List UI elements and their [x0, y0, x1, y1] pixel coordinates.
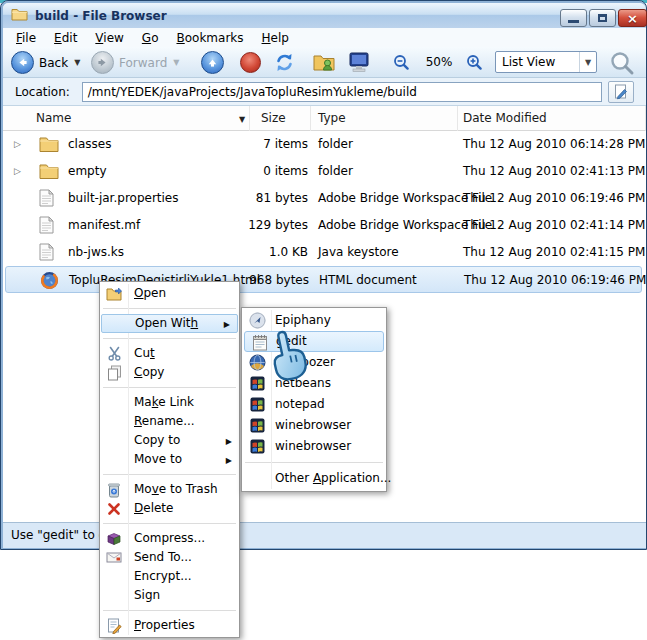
- archive-icon: [105, 530, 123, 547]
- menu-item-cut[interactable]: Cut: [100, 344, 239, 363]
- minimize-icon: [568, 20, 579, 23]
- menu-item-move-to[interactable]: Move to ▶: [100, 450, 239, 469]
- chevron-down-icon[interactable]: ▼: [579, 52, 596, 72]
- folder-icon: [11, 7, 28, 24]
- reload-button[interactable]: [273, 51, 296, 74]
- table-row[interactable]: nb-jws.ks 1.0 KB Java keystore Thu 12 Au…: [3, 239, 646, 266]
- reload-icon: [273, 51, 296, 74]
- close-button[interactable]: ×: [618, 9, 647, 27]
- epiphany-icon: [248, 312, 266, 329]
- file-size: 129 bytes: [183, 212, 308, 239]
- menu-item-notepad[interactable]: notepad: [242, 394, 386, 415]
- menu-item-label: winebrowser: [275, 439, 351, 453]
- kompozer-icon: [248, 354, 266, 371]
- menu-go[interactable]: Go: [133, 30, 168, 46]
- file-name: classes: [68, 131, 111, 158]
- zoom-out-button[interactable]: [393, 54, 410, 71]
- expander-icon[interactable]: ▷: [14, 131, 21, 158]
- menu-item-other-application[interactable]: Other Application...: [242, 468, 386, 489]
- location-input[interactable]: /mnt/YEDEK/javaProjects/JavaTopluResimYu…: [82, 82, 602, 102]
- home-button[interactable]: [313, 53, 335, 71]
- menu-item-make-link[interactable]: Make Link: [100, 393, 239, 412]
- table-row[interactable]: manifest.mf 129 bytes Adobe Bridge Works…: [3, 212, 646, 239]
- menu-file[interactable]: File: [7, 30, 45, 46]
- zoom-in-button[interactable]: [466, 54, 483, 71]
- forward-label: Forward: [119, 56, 167, 70]
- folder-icon: [39, 162, 59, 181]
- menubar: File Edit View Go Bookmarks Help: [3, 28, 646, 47]
- window-title: build - File Browser: [35, 9, 167, 23]
- file-type: folder: [318, 158, 353, 185]
- menu-item-epiphany[interactable]: Epiphany: [242, 310, 386, 331]
- menu-item-winebrowser-1[interactable]: winebrowser: [242, 415, 386, 436]
- file-date: Thu 12 Aug 2010 06:14:28 PM EEST: [463, 131, 646, 158]
- stop-button[interactable]: [240, 52, 261, 73]
- search-button[interactable]: [609, 50, 635, 76]
- column-header-size[interactable]: Size: [250, 106, 311, 131]
- text-file-icon: [39, 216, 59, 235]
- file-name: built-jar.properties: [68, 185, 179, 212]
- minimize-button[interactable]: [560, 9, 587, 27]
- search-icon: [609, 50, 635, 76]
- menu-separator: [245, 462, 383, 463]
- menu-item-send-to[interactable]: Send To...: [100, 548, 239, 567]
- file-type: Java keystore: [318, 239, 399, 266]
- menu-item-properties[interactable]: Properties: [100, 616, 239, 635]
- menu-edit[interactable]: Edit: [45, 30, 86, 46]
- location-edit-icon: [614, 84, 628, 100]
- menu-item-label: Move to Trash: [134, 482, 218, 496]
- column-header-name[interactable]: Name: [3, 106, 250, 131]
- menu-item-label: Cut: [134, 346, 155, 360]
- menu-item-open-with[interactable]: Open With ▶: [101, 314, 238, 333]
- open-folder-icon: [105, 285, 123, 302]
- menu-item-move-to-trash[interactable]: Move to Trash: [100, 480, 239, 499]
- menu-separator: [103, 338, 236, 339]
- close-icon: ×: [627, 11, 638, 26]
- menu-item-open[interactable]: Open: [100, 284, 239, 303]
- menu-item-delete[interactable]: Delete: [100, 499, 239, 518]
- table-row[interactable]: ▷ empty 0 items folder Thu 12 Aug 2010 0…: [3, 158, 646, 185]
- computer-button[interactable]: [347, 52, 371, 73]
- menu-bookmarks[interactable]: Bookmarks: [167, 30, 252, 46]
- table-row[interactable]: built-jar.properties 81 bytes Adobe Brid…: [3, 185, 646, 212]
- menu-item-label: Move to: [134, 452, 182, 466]
- scissors-icon: [105, 345, 123, 362]
- column-header-date-modified[interactable]: Date Modified: [458, 106, 646, 131]
- submenu-arrow-icon: ▶: [226, 451, 232, 470]
- maximize-button[interactable]: [589, 9, 616, 27]
- menu-item-sign[interactable]: Sign: [100, 586, 239, 605]
- list-header: Name ▼ Size Type Date Modified: [3, 106, 646, 131]
- menu-item-rename[interactable]: Rename...: [100, 412, 239, 431]
- menu-item-copy[interactable]: Copy: [100, 363, 239, 382]
- menu-item-label: Copy to: [134, 433, 180, 447]
- copy-pages-icon: [105, 364, 123, 381]
- maximize-icon: [598, 14, 607, 22]
- windows-app-icon: [248, 375, 266, 392]
- menu-separator: [103, 523, 236, 524]
- back-button[interactable]: Back ▼: [11, 51, 80, 74]
- view-mode-select[interactable]: List View ▼: [495, 51, 597, 73]
- forward-dropdown-icon: ▼: [173, 58, 179, 67]
- menu-help[interactable]: Help: [253, 30, 298, 46]
- up-button[interactable]: [201, 51, 224, 74]
- back-dropdown-icon[interactable]: ▼: [74, 58, 80, 67]
- menu-item-compress[interactable]: Compress...: [100, 529, 239, 548]
- titlebar[interactable]: build - File Browser ×: [3, 3, 646, 28]
- menu-item-winebrowser-2[interactable]: winebrowser: [242, 436, 386, 457]
- sort-descending-icon[interactable]: ▼: [239, 115, 245, 124]
- location-edit-button[interactable]: [608, 81, 634, 103]
- column-header-type[interactable]: Type: [311, 106, 458, 131]
- zoom-in-icon: [466, 54, 483, 71]
- menu-item-copy-to[interactable]: Copy to ▶: [100, 431, 239, 450]
- file-size: 7 items: [183, 131, 308, 158]
- menu-item-encrypt[interactable]: Encrypt...: [100, 567, 239, 586]
- windows-app-icon: [248, 417, 266, 434]
- menu-view[interactable]: View: [86, 30, 132, 46]
- forward-button[interactable]: Forward ▼: [91, 51, 179, 74]
- menu-separator: [103, 308, 236, 309]
- table-row[interactable]: ▷ classes 7 items folder Thu 12 Aug 2010…: [3, 131, 646, 158]
- properties-icon: [105, 617, 123, 634]
- view-mode-value: List View: [496, 55, 579, 69]
- location-bar: Location: /mnt/YEDEK/javaProjects/JavaTo…: [3, 78, 646, 106]
- expander-icon[interactable]: ▷: [14, 158, 21, 185]
